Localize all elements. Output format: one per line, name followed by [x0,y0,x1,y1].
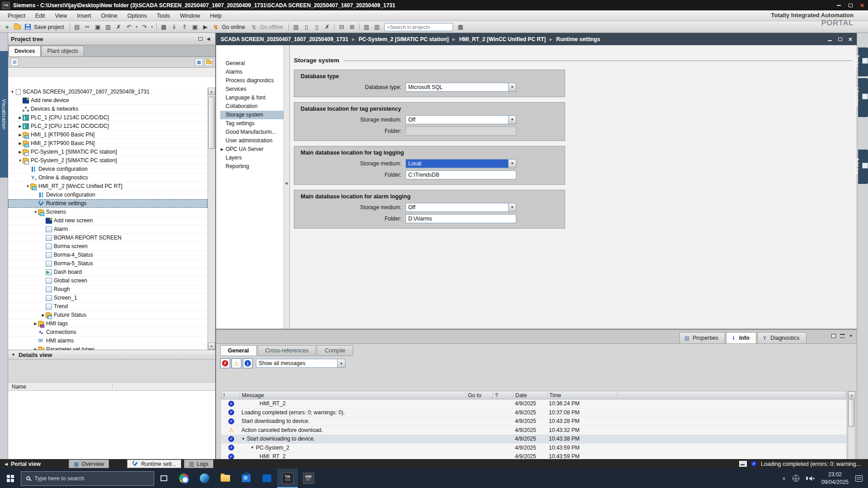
breadcrumb-item-1[interactable]: PC-System_2 [SIMATIC PC station] [359,36,448,42]
download-to-device-icon[interactable]: ⇓ [170,23,179,32]
tree-item-screens[interactable]: ▼Screens [8,208,208,216]
start-simulation-icon[interactable]: ▣ [190,23,200,32]
tab-devices[interactable]: Devices [9,46,41,56]
dropdown-database-type[interactable]: Microsoft SQL▼ [406,83,516,92]
editor-restore-icon[interactable] [838,38,842,41]
taskbar-app-store[interactable] [236,469,256,488]
subtab-cross-references[interactable]: Cross-references [258,345,316,356]
details-view-header[interactable]: ▼ Details view [8,350,215,360]
portal-view-button[interactable]: Portal view [11,461,41,467]
tree-item-pc-system-2-simatic-pc-station[interactable]: ▼PC-System_2 [SIMATIC PC station] [8,156,208,165]
volume-muted-icon[interactable]: × [806,476,815,481]
settings-nav-alarms[interactable]: Alarms [220,68,283,76]
tab-visualization[interactable]: Visualization [0,51,8,178]
table-scrollbar[interactable]: ▲ ▼ [848,391,855,470]
tree-item-alarm[interactable]: Alarm [8,225,208,234]
editor-button-logs[interactable]: Logs [184,460,213,468]
undo-icon[interactable]: ↶ [124,23,134,32]
editor-close-icon[interactable]: × [849,36,852,42]
tree-item-borma-4-status[interactable]: Borma-4_Status [8,251,208,259]
tree-item-screen-1[interactable]: Screen_1 [8,294,208,302]
tree-item-runtime-settings[interactable]: Runtime settings [8,199,208,208]
editor-button-overview[interactable]: Overview [69,460,109,468]
print-icon[interactable]: ▤ [72,23,82,32]
taskbar-app-edge[interactable] [194,469,215,488]
tree-item-borma-report-screen[interactable]: BORMA REPORT SCREEN [8,234,208,242]
message-row[interactable]: HMI_RT_24/9/202510:36:24 PM [221,399,846,408]
tree-item-hmi-alarms[interactable]: HMI alarms [8,337,208,345]
settings-nav-good-manufacturin[interactable]: Good Manufacturin... [220,128,283,136]
tree-item-dash-board[interactable]: Dash board [8,268,208,277]
dropdown-storage-medium[interactable]: Off▼ [406,203,516,212]
copy-icon[interactable]: ▣ [93,23,103,32]
column-go-to[interactable]: Go to [466,391,493,399]
menu-view[interactable]: View [50,11,72,20]
network-icon[interactable] [793,475,799,482]
input-folder[interactable]: C:\TrendsDB [406,170,516,179]
redo-icon[interactable]: ↷ [140,23,149,32]
tab-libraries[interactable]: Libraries [858,78,868,117]
redo-dropdown-icon[interactable]: ▼ [150,23,154,32]
tree-item-devices-networks[interactable]: Devices & networks [8,105,208,113]
split-horizontal-icon[interactable]: ⊟ [337,23,346,32]
open-new-editor-icon[interactable] [205,58,213,66]
compile-icon[interactable]: ▦ [159,23,169,32]
menu-edit[interactable]: Edit [30,11,50,20]
start-runtime-icon[interactable]: ▯ [302,23,311,32]
column-time[interactable]: Time [547,391,618,399]
window-link-icon[interactable]: ▥ [362,23,371,32]
filter-info-button[interactable] [243,358,253,368]
settings-nav-user-administration[interactable]: User administration [220,136,283,145]
open-project-icon[interactable] [13,23,22,32]
message-row[interactable]: Start downloading to device.4/9/202510:4… [221,417,846,426]
tab-info[interactable]: Info [726,332,756,343]
expander-open-icon[interactable]: ▼ [33,210,38,214]
close-button[interactable]: × [856,0,868,10]
taskbar-app-simatic[interactable]: SIMRT [298,469,319,488]
dropdown-arrow-icon[interactable]: ▼ [508,203,516,211]
dropdown-arrow-icon[interactable]: ▼ [508,116,516,124]
status-notification[interactable]: Loading completed (errors: 0; warning... [739,461,868,467]
message-row[interactable]: ▼PC-System_24/9/202510:43:59 PM [221,444,846,453]
settings-nav-storage-system[interactable]: Storage system [220,111,283,119]
save-project-button[interactable]: Save project [34,24,64,30]
stop-runtime-icon[interactable]: ▶ [201,23,210,32]
dropdown-arrow-icon[interactable]: ▼ [337,359,345,367]
scroll-thumb[interactable] [208,97,215,149]
expander-closed-icon[interactable]: ▶ [18,150,23,154]
settings-nav-language-font[interactable]: Language & font [220,94,283,102]
tab-tasks[interactable]: Tasks [858,47,868,76]
expander-open-icon[interactable]: ▼ [250,446,254,450]
collapse-pane-icon[interactable] [840,334,845,338]
tab-plant-objects[interactable]: Plant objects [41,46,84,56]
menu-tools[interactable]: Tools [152,11,175,20]
cut-icon[interactable]: ✂ [83,23,92,32]
settings-nav-collaboration[interactable]: Collaboration [220,102,283,111]
stop-device-icon[interactable]: ▯ [312,23,321,32]
settings-nav-general[interactable]: General [220,59,283,68]
taskbar-app-explorer[interactable] [215,469,236,488]
upload-from-device-icon[interactable]: ⇑ [180,23,189,32]
start-button[interactable] [0,469,21,488]
undo-dropdown-icon[interactable]: ▼ [135,23,139,32]
editor-minimize-icon[interactable] [828,40,832,41]
tree-item-trend[interactable]: Trend [8,302,208,311]
menu-project[interactable]: Project [3,11,30,20]
split-vertical-icon[interactable]: ⊞ [347,23,357,32]
tree-item-parameter-set-types[interactable]: ▶Parameter set types [8,345,208,350]
menu-window[interactable]: Window [175,11,205,20]
column-[interactable]: ! [222,391,240,399]
paste-icon[interactable]: ▥ [104,23,113,32]
settings-nav-layers[interactable]: Layers [220,154,283,162]
delete-icon[interactable]: ✗ [114,23,123,32]
tree-item-hmi-1-ktp900-basic-pn[interactable]: ▶HMI_1 [KTP900 Basic PN] [8,131,208,139]
new-project-icon[interactable]: + [2,23,12,32]
expander-closed-icon[interactable]: ▶ [18,133,23,137]
chevron-down-icon[interactable]: ▼ [849,334,853,338]
tray-chevron-icon[interactable]: ∧ [782,476,785,481]
taskbar-app-tia[interactable]: TIAV18 [277,469,298,488]
tree-item-online-diagnostics[interactable]: Online & diagnostics [8,174,208,182]
pin-panel-icon[interactable] [196,35,204,42]
taskbar-app-outlook[interactable] [256,469,277,488]
tree-item-hmi-2-ktp900-basic-pn[interactable]: ▶HMI_2 [KTP900 Basic PN] [8,139,208,148]
